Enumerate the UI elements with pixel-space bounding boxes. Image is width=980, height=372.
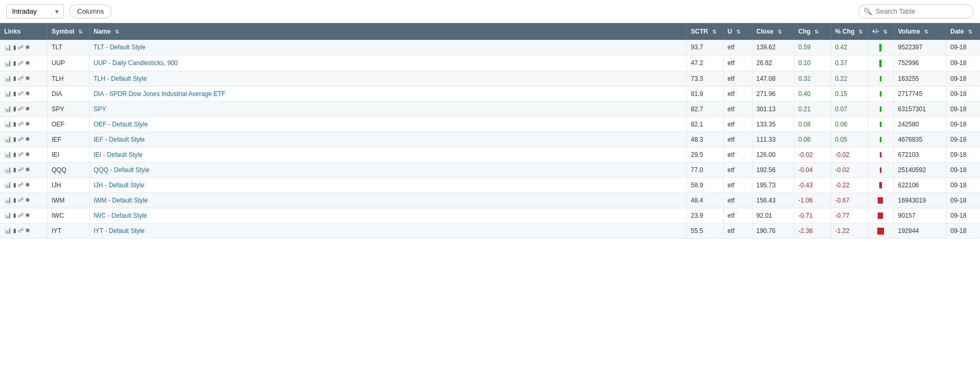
- chart-icon[interactable]: 📊: [4, 105, 12, 112]
- u-sort-icon: ⇅: [736, 29, 740, 35]
- chart-icon[interactable]: 📊: [4, 136, 12, 143]
- settings-icon[interactable]: ☍: [18, 60, 24, 67]
- col-header-plusminus[interactable]: +/- ⇅: [867, 23, 893, 40]
- col-header-chg[interactable]: Chg ⇅: [794, 23, 831, 40]
- candlestick-icon[interactable]: ▮: [13, 121, 16, 127]
- chart-icon[interactable]: 📊: [4, 60, 12, 67]
- name-link[interactable]: IEI - Default Style: [94, 151, 143, 158]
- chg-cell: 0.08: [794, 116, 831, 132]
- candlestick-icon[interactable]: ▮: [13, 166, 16, 173]
- candlestick-icon[interactable]: ▮: [13, 227, 16, 234]
- chart-icon[interactable]: 📊: [4, 212, 12, 219]
- settings-icon[interactable]: ☍: [18, 197, 24, 204]
- name-link[interactable]: QQQ - Default Style: [94, 166, 150, 174]
- name-link[interactable]: IWC - Default Style: [94, 212, 147, 219]
- settings-icon[interactable]: ☍: [18, 166, 24, 173]
- col-header-symbol[interactable]: Symbol ⇅: [47, 23, 89, 40]
- col-header-sctr[interactable]: SCTR ⇅: [686, 23, 723, 40]
- name-link[interactable]: DIA - SPDR Dow Jones Industrial Average …: [94, 90, 225, 98]
- name-sort-icon: ⇅: [115, 29, 119, 35]
- name-link[interactable]: UUP - Daily Candlesticks, 900: [94, 59, 178, 67]
- settings-icon[interactable]: ☍: [18, 182, 24, 188]
- chart-icon[interactable]: 📊: [4, 182, 12, 188]
- chart-icon[interactable]: 📊: [4, 166, 12, 173]
- name-cell: SPY: [89, 101, 686, 116]
- close-cell: 271.96: [752, 86, 794, 101]
- candlestick-icon[interactable]: ▮: [13, 151, 16, 158]
- name-link[interactable]: OEF - Default Style: [94, 121, 148, 128]
- asterisk-icon[interactable]: ✱: [25, 121, 30, 127]
- candlestick-icon[interactable]: ▮: [13, 136, 16, 143]
- asterisk-icon[interactable]: ✱: [25, 90, 30, 97]
- settings-icon[interactable]: ☍: [18, 105, 24, 112]
- col-header-pctchg[interactable]: % Chg ⇅: [831, 23, 867, 40]
- chart-icon[interactable]: 📊: [4, 151, 12, 158]
- chart-icon[interactable]: 📊: [4, 227, 12, 234]
- candlestick-icon[interactable]: ▮: [13, 44, 16, 51]
- name-link[interactable]: SPY: [94, 105, 106, 113]
- asterisk-icon[interactable]: ✱: [25, 136, 30, 143]
- name-link[interactable]: TLH - Default Style: [94, 75, 147, 82]
- chart-icon[interactable]: 📊: [4, 75, 12, 82]
- symbol-cell: IWM: [47, 193, 89, 208]
- asterisk-icon[interactable]: ✱: [25, 60, 30, 67]
- settings-icon[interactable]: ☍: [18, 75, 24, 82]
- settings-icon[interactable]: ☍: [18, 90, 24, 97]
- links-cell: 📊 ▮ ☍ ✱: [0, 177, 47, 193]
- asterisk-icon[interactable]: ✱: [25, 105, 30, 112]
- period-dropdown[interactable]: Intraday Daily Weekly Monthly: [6, 4, 64, 18]
- asterisk-icon[interactable]: ✱: [25, 166, 30, 173]
- candlestick-icon[interactable]: ▮: [13, 197, 16, 204]
- asterisk-icon[interactable]: ✱: [25, 227, 30, 234]
- pctchg-cell: -1.22: [831, 223, 867, 238]
- chart-icon[interactable]: 📊: [4, 197, 12, 204]
- close-sort-icon: ⇅: [778, 29, 782, 35]
- table-row: 📊 ▮ ☍ ✱ IYT IYT - Default Style 55.5 etf…: [0, 223, 980, 238]
- settings-icon[interactable]: ☍: [18, 121, 24, 127]
- settings-icon[interactable]: ☍: [18, 227, 24, 234]
- name-link[interactable]: IEF - Default Style: [94, 136, 145, 143]
- candlestick-icon[interactable]: ▮: [13, 75, 16, 82]
- columns-button[interactable]: Columns: [69, 4, 112, 18]
- asterisk-icon[interactable]: ✱: [25, 75, 30, 82]
- chart-icon[interactable]: 📊: [4, 121, 12, 127]
- u-cell: etf: [723, 147, 752, 162]
- date-cell: 09-18: [946, 116, 980, 132]
- name-link[interactable]: IYT - Default Style: [94, 227, 145, 235]
- links-cell: 📊 ▮ ☍ ✱: [0, 132, 47, 147]
- settings-icon[interactable]: ☍: [18, 136, 24, 143]
- asterisk-icon[interactable]: ✱: [25, 212, 30, 219]
- pctchg-cell: -0.02: [831, 162, 867, 177]
- asterisk-icon[interactable]: ✱: [25, 44, 30, 51]
- symbol-cell: SPY: [47, 101, 89, 116]
- candlestick-icon[interactable]: ▮: [13, 90, 16, 97]
- candlestick-icon[interactable]: ▮: [13, 182, 16, 188]
- plusminus-cell: [867, 40, 893, 55]
- date-cell: 09-18: [946, 193, 980, 208]
- candlestick-icon[interactable]: ▮: [13, 212, 16, 219]
- candlestick-icon[interactable]: ▮: [13, 105, 16, 112]
- col-header-date[interactable]: Date ⇅: [946, 23, 980, 40]
- name-link[interactable]: TLT - Default Style: [94, 44, 146, 51]
- sctr-cell: 47.2: [686, 55, 723, 71]
- volume-cell: 163255: [893, 71, 946, 86]
- col-header-close[interactable]: Close ⇅: [752, 23, 794, 40]
- name-link[interactable]: IWM - Default Style: [94, 197, 148, 204]
- search-input[interactable]: [858, 4, 974, 18]
- asterisk-icon[interactable]: ✱: [25, 197, 30, 204]
- asterisk-icon[interactable]: ✱: [25, 182, 30, 188]
- col-header-volume[interactable]: Volume ⇅: [893, 23, 946, 40]
- settings-icon[interactable]: ☍: [18, 212, 24, 219]
- candlestick-icon[interactable]: ▮: [13, 60, 16, 67]
- chart-icon[interactable]: 📊: [4, 44, 12, 51]
- chg-cell: -0.04: [794, 162, 831, 177]
- chg-cell: -0.43: [794, 177, 831, 193]
- chart-icon[interactable]: 📊: [4, 90, 12, 97]
- name-link[interactable]: IJH - Default Style: [94, 182, 145, 189]
- settings-icon[interactable]: ☍: [18, 44, 24, 51]
- asterisk-icon[interactable]: ✱: [25, 151, 30, 158]
- settings-icon[interactable]: ☍: [18, 151, 24, 158]
- col-header-u[interactable]: U ⇅: [723, 23, 752, 40]
- plusminus-cell: [867, 86, 893, 101]
- col-header-name[interactable]: Name ⇅: [89, 23, 686, 40]
